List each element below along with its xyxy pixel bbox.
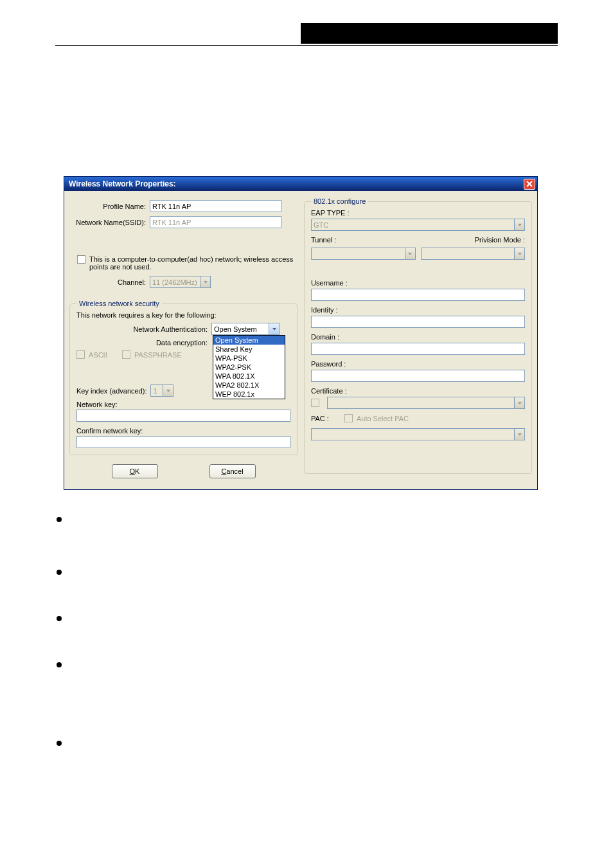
- bullet-dot: [57, 741, 62, 746]
- label-username: Username :: [311, 279, 525, 287]
- bullet-dot: [57, 570, 62, 575]
- input-confirm-network-key: [76, 436, 290, 448]
- cancel-button[interactable]: Cancel: [209, 464, 256, 478]
- header-rule: [55, 45, 558, 46]
- svg-marker-7: [518, 433, 522, 436]
- select-auth-value: Open System: [214, 325, 257, 333]
- close-icon: [526, 181, 533, 187]
- bullet-dot: [57, 616, 62, 621]
- label-profile-name: Profile Name:: [69, 203, 150, 210]
- input-username: [311, 289, 525, 301]
- label-privision: Privision Mode :: [475, 236, 525, 244]
- header-black-band: [301, 23, 558, 44]
- label-domain: Domain :: [311, 333, 525, 341]
- ok-underline: O: [130, 467, 136, 475]
- auth-option[interactable]: WPA2-PSK: [213, 363, 285, 372]
- select-auth[interactable]: Open System: [211, 323, 280, 335]
- auth-option[interactable]: WEP 802.1x: [213, 390, 285, 399]
- label-ssid: Network Name(SSID):: [69, 219, 150, 226]
- text-security-desc: This network requires a key for the foll…: [76, 311, 290, 319]
- bullets-area: [57, 514, 551, 746]
- row-tunnel-privision: Tunnel : Privision Mode :: [311, 236, 525, 244]
- bullet: [57, 660, 551, 667]
- dialog-wireless-network-properties: Wireless Network Properties: Profile Nam…: [64, 176, 538, 490]
- select-tunnel: [311, 248, 416, 260]
- checkbox-auto-select-pac: [344, 414, 353, 422]
- close-button[interactable]: [524, 179, 535, 190]
- auth-option[interactable]: Open System: [213, 336, 285, 345]
- label-ascii: ASCII: [89, 351, 122, 359]
- bullet: [57, 567, 551, 575]
- checkbox-certificate: [311, 399, 319, 407]
- label-eap-type: EAP TYPE :: [311, 209, 525, 217]
- bullet-dot: [57, 517, 62, 522]
- input-ssid: [150, 216, 281, 228]
- dialog-title: Wireless Network Properties:: [66, 179, 176, 188]
- row-tunnel-privision-fields: [311, 248, 525, 260]
- select-channel: 11 (2462MHz): [150, 276, 211, 288]
- chevron-down-icon: [514, 248, 524, 259]
- label-encryption: Data encryption:: [76, 339, 211, 347]
- svg-marker-5: [518, 253, 522, 255]
- svg-marker-6: [518, 402, 522, 404]
- cancel-underline: C: [221, 467, 226, 475]
- input-password: [311, 370, 525, 382]
- select-keyindex: 1: [150, 384, 173, 397]
- chevron-down-icon: [514, 397, 524, 408]
- svg-marker-4: [408, 253, 412, 255]
- bullet: [57, 613, 551, 621]
- label-password: Password :: [311, 360, 525, 368]
- row-channel: Channel: 11 (2462MHz): [69, 276, 298, 288]
- select-certificate: [327, 397, 525, 409]
- chevron-down-icon: [269, 323, 279, 334]
- select-privision: [421, 248, 526, 260]
- input-domain: [311, 343, 525, 355]
- auth-option[interactable]: WPA 802.1X: [213, 372, 285, 381]
- row-certificate: [311, 397, 525, 409]
- legend-8021x: 802.1x configure: [311, 197, 368, 205]
- checkbox-passphrase: [122, 350, 130, 359]
- input-profile-name[interactable]: [150, 200, 281, 212]
- label-netkey: Network key:: [76, 401, 290, 408]
- input-network-key: [76, 410, 290, 422]
- chevron-down-icon: [514, 219, 524, 230]
- bullet-dot: [57, 662, 62, 667]
- right-column: 802.1x configure EAP TYPE : GTC Tunnel :…: [304, 197, 532, 480]
- select-pac: [311, 428, 525, 440]
- bullet: [57, 738, 551, 746]
- label-passphrase: PASSPHRASE: [134, 351, 182, 359]
- checkbox-adhoc[interactable]: [77, 255, 85, 264]
- ok-button[interactable]: OK: [112, 464, 158, 478]
- row-profile-name: Profile Name:: [69, 200, 298, 212]
- button-row: OK Cancel: [69, 464, 298, 478]
- svg-marker-3: [518, 224, 522, 226]
- svg-marker-0: [204, 281, 208, 284]
- fieldset-8021x: 802.1x configure EAP TYPE : GTC Tunnel :…: [304, 197, 532, 474]
- dialog-body: Profile Name: Network Name(SSID): This i…: [64, 191, 537, 489]
- svg-marker-2: [166, 390, 170, 392]
- select-eap-type: GTC: [311, 219, 525, 231]
- chevron-down-icon: [514, 429, 524, 440]
- auth-option[interactable]: Shared Key: [213, 345, 285, 354]
- label-keyindex: Key index (advanced):: [76, 387, 150, 395]
- auth-dropdown-list[interactable]: Open System Shared Key WPA-PSK WPA2-PSK …: [213, 335, 285, 399]
- select-channel-value: 11 (2462MHz): [152, 278, 197, 286]
- chevron-down-icon: [200, 276, 210, 287]
- svg-marker-1: [272, 328, 276, 330]
- label-certificate: Certificate :: [311, 387, 525, 395]
- checkbox-ascii: [76, 350, 85, 359]
- auth-option[interactable]: WPA2 802.1X: [213, 381, 285, 390]
- label-auth: Network Authentication:: [76, 325, 211, 333]
- keyindex-value: 1: [153, 387, 157, 395]
- legend-wireless-security: Wireless network security: [76, 300, 162, 307]
- row-auth: Network Authentication: Open System: [76, 323, 290, 335]
- auth-option[interactable]: WPA-PSK: [213, 354, 285, 363]
- label-identity: Identity :: [311, 306, 525, 314]
- left-column: Profile Name: Network Name(SSID): This i…: [69, 197, 298, 480]
- row-pac: PAC : Auto Select PAC: [311, 414, 525, 422]
- label-adhoc: This is a computer-to-computer(ad hoc) n…: [89, 255, 295, 271]
- input-identity: [311, 316, 525, 328]
- label-pac: PAC :: [311, 415, 344, 422]
- titlebar: Wireless Network Properties:: [64, 177, 537, 191]
- label-auto-select-pac: Auto Select PAC: [357, 415, 409, 422]
